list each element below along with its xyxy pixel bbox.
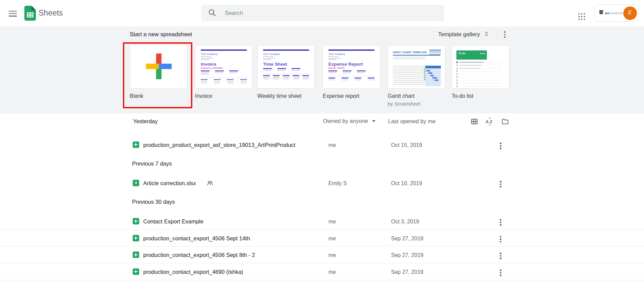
file-last-opened: Oct 15, 2019 [391,142,422,148]
file-menu-button[interactable] [496,178,505,190]
template-card-blank[interactable]: Blank [130,45,187,99]
template-thumbnail-invoice[interactable]: Your Company Invoice Submitted on 01/01/… [195,45,253,89]
template-thumbnail-blank[interactable] [130,45,187,89]
sort-az-button[interactable]: A Z [484,116,495,127]
sheets-file-icon [133,218,139,224]
template-label: Expense report [323,93,380,99]
top-app-bar: Sheets artstorefronts F [0,0,644,26]
file-owner: Emily S [328,180,347,187]
org-logo-icon [599,10,604,16]
template-section-title: Start a new spreadsheet [130,31,192,38]
template-thumbnail-gantt-chart[interactable]: GANTT CHART TEMPLATE [388,45,445,89]
section-title-previous-30-days: Previous 30 days [132,199,175,205]
file-last-opened: Sep 27, 2019 [391,236,423,242]
org-name: artstorefronts [605,12,623,15]
template-label: Weekly time sheet [257,93,315,99]
grid-view-icon [470,117,478,126]
template-card-todo-list[interactable]: To Do To-do list [452,45,509,99]
file-owner: me [328,219,336,225]
section-title-yesterday: Yesterday [133,118,158,125]
file-row[interactable]: Contact Export Example me Oct 3, 2019 [0,213,644,230]
template-label: To-do list [452,93,509,99]
new-spreadsheet-plus-icon [130,45,187,89]
file-name: production_contact_export_4506 Sept 14th [143,235,250,242]
file-name: production_product_export_asf_store_1901… [143,142,295,148]
file-last-opened: Oct 3, 2019 [391,219,419,225]
file-last-opened: Oct 10, 2019 [391,180,422,187]
app-title: Sheets [39,8,63,18]
sort-az-icon: A Z [485,117,494,126]
file-list: Yesterday Owned by anyone Last opened by… [0,113,644,283]
template-thumbnail-expense-report[interactable]: Your Company Expense Report 01/01/00 - 0… [323,45,380,89]
file-last-opened: Sep 27, 2019 [391,252,423,258]
template-label: Blank [130,93,187,99]
owner-filter-dropdown[interactable]: Owned by anyone [321,116,378,126]
file-menu-button[interactable] [496,217,505,228]
file-menu-button[interactable] [496,234,505,245]
section-title-previous-7-days: Previous 7 days [132,160,172,167]
sheets-file-icon [133,252,139,258]
file-row[interactable]: X Article correction.xlsx Emily S Oct 10… [0,175,644,192]
folder-icon [501,117,509,126]
template-gallery-button[interactable]: Template gallery [436,29,492,40]
shared-people-icon [207,180,213,188]
avatar[interactable]: F [623,6,637,20]
file-name: production_contact_export_4506 Sept 8th … [143,252,255,258]
divider [496,30,496,39]
template-card-gantt-chart[interactable]: GANTT CHART TEMPLATE Gantt chart by Smar… [388,45,445,107]
file-menu-button[interactable] [496,140,505,152]
template-thumbnail-time-sheet[interactable]: Your Company Time Sheet [257,45,315,89]
file-row[interactable]: production_contact_export_4506 Sept 14th… [0,230,644,247]
template-section-menu-button[interactable] [501,29,509,40]
sheets-file-icon [133,142,139,148]
file-name: production_contact_export_4690 (Ishka) [143,269,243,275]
search-bar[interactable] [201,5,444,21]
file-menu-button[interactable] [496,267,505,279]
sheets-file-icon [133,268,139,275]
file-name: Article correction.xlsx [143,180,196,187]
file-owner: me [328,252,336,258]
account-pill[interactable]: artstorefronts F [594,4,639,22]
svg-text:A: A [486,119,489,124]
file-menu-button[interactable] [496,250,505,262]
sheets-logo-icon[interactable] [24,6,36,22]
template-card-weekly-time-sheet[interactable]: Your Company Time Sheet Weekly time shee… [257,45,315,99]
template-thumbnail-todo-list[interactable]: To Do [452,45,509,89]
file-owner: me [328,236,336,242]
search-icon [208,8,216,18]
grid-view-button[interactable] [469,116,479,127]
template-card-expense-report[interactable]: Your Company Expense Report 01/01/00 - 0… [323,45,380,99]
search-input[interactable] [224,9,437,17]
file-row[interactable]: production_product_export_asf_store_1901… [0,136,644,153]
file-owner: me [328,142,336,148]
sheets-file-icon [133,235,139,241]
main-menu-button[interactable] [7,8,19,18]
template-label: Gantt chart [388,93,445,99]
excel-file-icon: X [133,180,139,186]
file-row[interactable]: production_contact_export_4506 Sept 8th … [0,246,644,263]
file-last-opened: Sep 27, 2019 [391,269,423,275]
template-byline: by Smartsheet [388,101,445,107]
apps-grid-button[interactable] [577,9,587,19]
sort-column-label: Last opened by me [388,118,435,125]
folder-button[interactable] [500,116,510,127]
file-owner: me [328,269,336,275]
svg-text:Z: Z [490,119,492,124]
file-name: Contact Export Example [143,218,203,225]
file-row[interactable]: production_contact_export_4690 (Ishka) m… [0,263,644,280]
template-section: Start a new spreadsheet Template gallery… [0,26,644,113]
template-label: Invoice [195,93,253,99]
unfold-more-icon [484,30,490,39]
template-card-invoice[interactable]: Your Company Invoice Submitted on 01/01/… [195,45,253,99]
dropdown-arrow-icon [372,120,375,122]
